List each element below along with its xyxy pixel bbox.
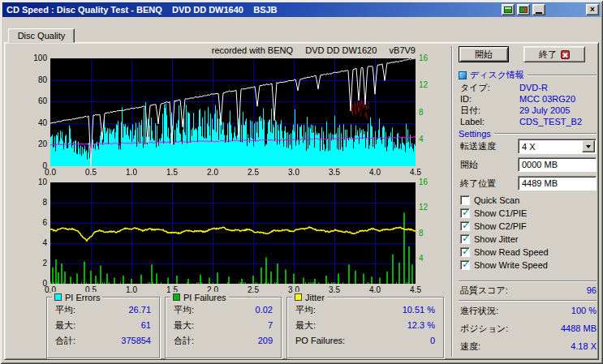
- stat-label: 合計:: [174, 336, 194, 346]
- y-axis-tick-label: 2: [23, 259, 47, 268]
- x-axis-tick-label: 3.0: [282, 168, 306, 178]
- checkbox-show-jitter[interactable]: ✓Show Jitter: [460, 233, 518, 244]
- exit-button-label: 終了: [539, 49, 557, 61]
- stat-label: 最大:: [174, 320, 194, 331]
- disc-info-label: Label:: [460, 117, 485, 127]
- settings-title: Settings: [459, 129, 491, 139]
- x-axis-tick-label: 3.5: [322, 168, 347, 178]
- status-label: 速度:: [460, 341, 480, 352]
- disc-info-label: タイプ:: [460, 83, 490, 93]
- check-mark-icon: ✓: [462, 259, 470, 270]
- jitter-chart-canvas: [50, 182, 416, 284]
- checkbox-quick-scan[interactable]: Quick Scan: [460, 195, 519, 205]
- dropdown-arrow-button[interactable]: [582, 140, 595, 152]
- vertical-separator: [451, 46, 453, 357]
- start-position-input[interactable]: [518, 157, 597, 172]
- stats-box-jitter: Jitter平均:10.51 %最大:12.3 %PO Failures:0: [286, 297, 444, 358]
- checkbox-label: Quick Scan: [474, 195, 519, 205]
- checkbox-show-c1-pie[interactable]: ✓Show C1/PIE: [460, 208, 527, 218]
- checkbox-label: Show C1/PIE: [474, 208, 527, 218]
- stat-label: 平均:: [174, 305, 194, 315]
- checkbox-box[interactable]: ✓: [460, 260, 470, 270]
- right-axis-tick-label: 16: [419, 178, 437, 187]
- check-mark-icon: ✓: [462, 233, 470, 244]
- stats-box-title: PI Errors: [52, 292, 102, 302]
- x-axis-tick-label: 0.5: [79, 168, 103, 178]
- settings-header: Settings: [459, 128, 597, 139]
- chevron-down-icon: [586, 145, 591, 151]
- stat-value: 209: [258, 336, 273, 346]
- legend-swatch-icon: [173, 293, 180, 301]
- pi-errors-chart: [50, 58, 416, 166]
- stat-label: PO Failures:: [295, 336, 345, 346]
- stat-value: 7: [268, 320, 273, 331]
- end-position-input[interactable]: [518, 176, 597, 191]
- speed-select[interactable]: 4 X: [518, 139, 597, 154]
- stats-box-title: PI Failures: [170, 292, 229, 302]
- stat-value: 0.02: [256, 305, 273, 315]
- y-axis-tick-label: 20: [23, 139, 47, 149]
- disc-info-label: ID:: [460, 94, 472, 105]
- stat-value: 61: [141, 320, 151, 331]
- y-axis-tick-label: 40: [23, 118, 47, 128]
- separator-line: [459, 300, 597, 302]
- y-axis-tick-label: 6: [23, 218, 47, 228]
- exit-button[interactable]: 終了: [523, 46, 585, 62]
- start-button[interactable]: 開始: [459, 46, 509, 62]
- stats-box-pi-failures: PI Failures平均:0.02最大:7合計:209: [165, 297, 282, 358]
- checkbox-box[interactable]: ✓: [460, 234, 470, 244]
- checkbox-label: Show C2/PIF: [474, 221, 527, 231]
- disc-info-value: DVD-R: [519, 83, 548, 93]
- stat-value: 26.71: [128, 305, 151, 315]
- disc-info-title: ディスク情報: [470, 69, 524, 81]
- checkbox-box[interactable]: [460, 195, 470, 205]
- x-axis-tick-label: 2.5: [241, 168, 265, 178]
- speed-label: 転送速度: [460, 141, 496, 152]
- disc-info-value: 29 July 2005: [519, 105, 570, 116]
- status-value: 4.18 X: [503, 341, 597, 352]
- y-axis-tick-label: 100: [23, 54, 47, 63]
- stat-label: 最大:: [55, 320, 75, 331]
- start-button-label: 開始: [475, 49, 493, 61]
- checkbox-label: Show Read Speed: [474, 247, 549, 257]
- checkbox-show-c2-pif[interactable]: ✓Show C2/PIF: [460, 221, 527, 231]
- disc-info-value: CDS_TEST_B2: [519, 117, 582, 127]
- checkbox-show-read-speed[interactable]: ✓Show Read Speed: [460, 246, 549, 257]
- checkbox-label: Show Jitter: [474, 234, 518, 244]
- checkbox-box[interactable]: ✓: [460, 208, 470, 218]
- status-label: 進行状況:: [460, 306, 498, 316]
- pi-errors-chart-canvas: [50, 58, 416, 166]
- right-axis-tick-label: 8: [419, 108, 437, 118]
- right-axis-tick-label: 4: [419, 135, 437, 144]
- checkbox-label: Show Write Speed: [474, 260, 548, 270]
- x-axis-tick-label: 4.0: [363, 285, 387, 295]
- right-axis-tick-label: 8: [419, 229, 437, 238]
- x-axis-tick-label: 1.0: [119, 285, 144, 295]
- right-axis-tick-label: 12: [419, 80, 437, 90]
- y-axis-tick-label: 80: [23, 75, 47, 85]
- y-axis-tick-label: 60: [23, 96, 47, 106]
- x-axis-tick-label: 0.0: [38, 168, 62, 178]
- status-value: 100 %: [503, 306, 597, 316]
- tab-disc-quality[interactable]: Disc Quality: [8, 28, 75, 43]
- checkbox-show-write-speed[interactable]: ✓Show Write Speed: [460, 259, 548, 270]
- end-position-label: 終了位置: [460, 178, 496, 189]
- stats-box-pi-errors: PI Errors平均:26.71最大:61合計:375854: [46, 297, 160, 358]
- stat-value: 0: [430, 336, 435, 346]
- header-rule: [528, 75, 597, 76]
- checkbox-box[interactable]: ✓: [460, 221, 470, 231]
- chart-recorded-with-text: recorded with BENQ DVD DD DW1620 vB7V9: [162, 45, 416, 55]
- stat-value: 10.51 %: [403, 305, 435, 315]
- disc-info-header: ディスク情報: [459, 70, 597, 80]
- x-axis-tick-label: 4.5: [403, 168, 428, 178]
- y-axis-tick-label: 8: [23, 198, 47, 208]
- stat-value: 375854: [121, 336, 151, 346]
- disc-info-value: MCC 03RG20: [519, 94, 575, 105]
- stat-value: 12.3 %: [407, 320, 435, 331]
- exit-icon: [561, 50, 570, 59]
- separator-line: [459, 280, 597, 282]
- checkbox-box[interactable]: ✓: [460, 247, 470, 257]
- right-axis-tick-label: 16: [419, 54, 437, 63]
- x-axis-tick-label: 2.0: [200, 168, 225, 178]
- right-axis-tick-label: 4: [419, 254, 437, 263]
